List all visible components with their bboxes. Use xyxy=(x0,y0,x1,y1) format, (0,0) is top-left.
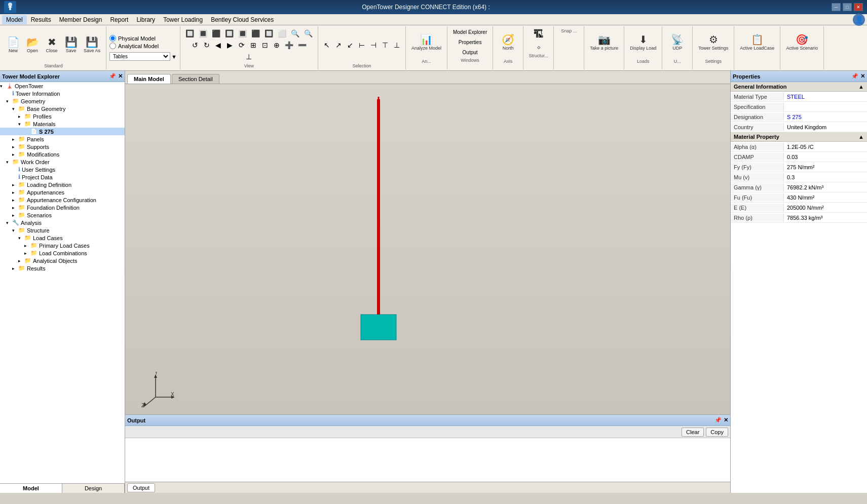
tree-node-opentower[interactable]: ▾🗼OpenTower xyxy=(0,82,125,90)
minimize-button[interactable]: ─ xyxy=(832,3,841,11)
tree-close-icon[interactable]: ✕ xyxy=(118,73,123,80)
tree-node-profiles[interactable]: ▸📁Profiles xyxy=(0,112,125,120)
snap-btn[interactable]: ⊥ xyxy=(243,51,254,62)
tree-node-appurtenances[interactable]: ▸📁Appurtenances xyxy=(0,188,125,196)
physical-model-option[interactable]: Physical Model xyxy=(109,35,156,42)
open-button[interactable]: 📂 Open xyxy=(23,33,42,57)
tree-node-results[interactable]: ▸📁Results xyxy=(0,264,125,272)
menu-item-library[interactable]: Library xyxy=(132,15,159,24)
maximize-button[interactable]: □ xyxy=(843,3,852,11)
tree-node-s275[interactable]: 📄S 275 xyxy=(0,128,125,135)
save-button[interactable]: 💾 Save xyxy=(62,33,80,57)
analytical-model-radio[interactable] xyxy=(109,43,116,49)
model-explorer-button[interactable]: Model Explorer xyxy=(450,27,489,36)
tree-node-work-order[interactable]: ▾📁Work Order xyxy=(0,158,125,166)
view-btn-3[interactable]: ⬛ xyxy=(210,28,222,39)
tree-node-foundation-def[interactable]: ▸📁Foundation Definition xyxy=(0,204,125,211)
tree-node-modifications[interactable]: ▸📁Modifications xyxy=(0,150,125,158)
tree-node-scenarios[interactable]: ▸📁Scenarios xyxy=(0,211,125,219)
active-scenario-button[interactable]: 🎯 Active Scenario xyxy=(783,27,820,58)
tree-tab-model[interactable]: Model xyxy=(0,484,62,493)
copy-button[interactable]: Copy xyxy=(706,428,728,437)
view-fit-btn[interactable]: ⊞ xyxy=(248,40,259,51)
output-button[interactable]: Output xyxy=(450,48,489,57)
zoom-out-btn[interactable]: 🔍 xyxy=(302,28,315,39)
display-load-button[interactable]: ⬇ Display Load xyxy=(627,27,659,58)
zoom-out-2-btn[interactable]: ➖ xyxy=(296,40,309,51)
tree-node-base-geometry[interactable]: ▾📁Base Geometry xyxy=(0,105,125,112)
tree-node-project-data[interactable]: ℹProject Data xyxy=(0,173,125,181)
sel-btn-6[interactable]: ⊤ xyxy=(380,40,391,51)
tree-node-analytical-objects[interactable]: ▸📁Analytical Objects xyxy=(0,257,125,264)
close-button-toolbar[interactable]: ✖ Close xyxy=(43,33,61,57)
view-btn-4[interactable]: 🔲 xyxy=(223,28,236,39)
output-pin-icon[interactable]: 📌 xyxy=(714,417,722,423)
viewport[interactable]: Y X Z xyxy=(125,84,730,414)
sel-btn-7[interactable]: ⊥ xyxy=(391,40,402,51)
zoom-window-btn[interactable]: ⊕ xyxy=(271,40,282,51)
properties-button[interactable]: Properties xyxy=(450,37,489,47)
menu-item-bentley-cloud[interactable]: Bentley Cloud Services xyxy=(207,15,278,24)
rotate-right-btn[interactable]: ↻ xyxy=(201,40,212,51)
props-pin-icon[interactable]: 📌 xyxy=(851,73,858,80)
user-avatar[interactable]: 👤 xyxy=(853,14,865,26)
save-as-button[interactable]: 💾 Save As xyxy=(81,33,103,57)
view-frame-btn[interactable]: ⊡ xyxy=(259,40,271,51)
menu-item-model[interactable]: Model xyxy=(2,15,27,24)
output-tab-output[interactable]: Output xyxy=(127,483,155,492)
rotate-left-btn[interactable]: ↺ xyxy=(190,40,201,51)
physical-model-radio[interactable] xyxy=(109,35,116,42)
sel-btn-4[interactable]: ⊢ xyxy=(356,40,367,51)
tree-node-geometry[interactable]: ▾📁Geometry xyxy=(0,97,125,105)
menu-item-tower-loading[interactable]: Tower Loading xyxy=(159,15,207,24)
tree-node-load-combinations[interactable]: ▸📁Load Combinations xyxy=(0,249,125,257)
struct-btn[interactable]: 🏗 xyxy=(532,27,546,41)
udp-button[interactable]: 📡 UDP xyxy=(668,27,687,58)
view-btn-2[interactable]: 🔳 xyxy=(197,28,209,39)
move-right-btn[interactable]: ▶ xyxy=(224,40,236,51)
tree-node-analysis[interactable]: ▾🔧Analysis xyxy=(0,219,125,226)
view-btn-6[interactable]: ⬛ xyxy=(249,28,262,39)
tree-pin-icon[interactable]: 📌 xyxy=(109,73,116,80)
zoom-in-2-btn[interactable]: ➕ xyxy=(283,40,295,51)
menu-item-member-design[interactable]: Member Design xyxy=(55,15,106,24)
tree-tab-design[interactable]: Design xyxy=(62,484,125,493)
menu-item-report[interactable]: Report xyxy=(106,15,132,24)
tree-node-panels[interactable]: ▸📁Panels xyxy=(0,135,125,143)
sel-btn-5[interactable]: ⊣ xyxy=(368,40,379,51)
close-button[interactable]: ✕ xyxy=(854,3,863,11)
view-btn-1[interactable]: 🔲 xyxy=(183,28,196,39)
tree-node-user-settings[interactable]: ℹUser Settings xyxy=(0,166,125,173)
north-button[interactable]: 🧭 North xyxy=(499,27,517,58)
struct-sub-1[interactable]: ⬦ xyxy=(533,41,544,52)
tab-section-detail[interactable]: Section Detail xyxy=(172,74,219,84)
tree-node-load-cases[interactable]: ▾📁Load Cases xyxy=(0,234,125,242)
view-btn-5[interactable]: 🔳 xyxy=(236,28,249,39)
sel-btn-1[interactable]: ↖ xyxy=(321,40,332,51)
tree-node-tower-info[interactable]: ℹTower Information xyxy=(0,90,125,97)
new-button[interactable]: 📄 New xyxy=(4,33,22,57)
menu-item-results[interactable]: Results xyxy=(27,15,55,24)
analyze-model-button[interactable]: 📊 Analyze Model xyxy=(409,27,444,58)
active-loadcase-button[interactable]: 📋 Active LoadCase xyxy=(737,27,777,58)
tower-settings-button[interactable]: ⚙ Tower Settings xyxy=(696,27,731,58)
tree-node-supports[interactable]: ▸📁Supports xyxy=(0,143,125,150)
tree-node-materials[interactable]: ▾📁Materials xyxy=(0,120,125,128)
tab-main-model[interactable]: Main Model xyxy=(127,74,171,84)
output-close-icon[interactable]: ✕ xyxy=(724,417,728,423)
props-close-icon[interactable]: ✕ xyxy=(860,73,865,80)
view-3d-btn[interactable]: ⟳ xyxy=(236,40,247,51)
move-left-btn[interactable]: ◀ xyxy=(213,40,224,51)
tree-node-loading-def[interactable]: ▸📁Loading Definition xyxy=(0,181,125,188)
view-btn-7[interactable]: 🔲 xyxy=(262,28,275,39)
view-btn-8[interactable]: ⬜ xyxy=(276,28,288,39)
tree-node-structure[interactable]: ▾📁Structure xyxy=(0,226,125,234)
analytical-model-option[interactable]: Analytical Model xyxy=(109,43,159,49)
sel-btn-3[interactable]: ↙ xyxy=(345,40,356,51)
tables-select[interactable]: Tables xyxy=(109,52,170,61)
tree-node-primary-load-cases[interactable]: ▸📁Primary Load Cases xyxy=(0,242,125,249)
clear-button[interactable]: Clear xyxy=(682,428,704,437)
zoom-in-btn[interactable]: 🔍 xyxy=(289,28,301,39)
take-picture-button[interactable]: 📷 Take a picture xyxy=(587,27,621,58)
sel-btn-2[interactable]: ↗ xyxy=(333,40,344,51)
